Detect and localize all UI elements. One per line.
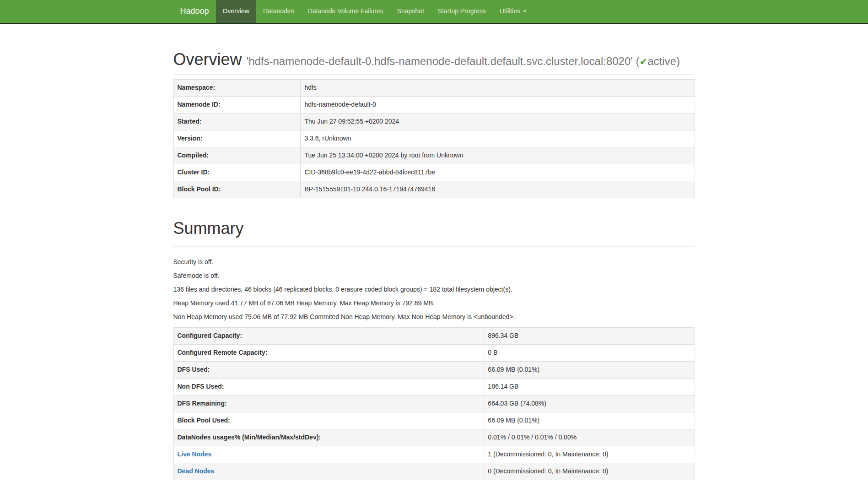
summary-line: Heap Memory used 41.77 MB of 87.06 MB He… — [173, 299, 695, 308]
navbar: Hadoop Overview Datanodes Datanode Volum… — [0, 0, 868, 24]
row-label: Configured Remote Capacity: — [173, 345, 484, 362]
summary-line: Security is off. — [173, 258, 695, 267]
navbar-menu: Overview Datanodes Datanode Volume Failu… — [216, 0, 534, 23]
table-row: DFS Used: 66.09 MB (0.01%) — [173, 362, 695, 379]
row-value: 186.14 GB — [484, 379, 695, 395]
table-row: Non DFS Used: 186.14 GB — [173, 379, 695, 395]
dead-nodes-link[interactable]: Dead Nodes — [178, 467, 215, 475]
tab-startup-progress-item: Startup Progress — [431, 0, 493, 23]
page-title-text: Overview — [173, 50, 242, 69]
table-row: Namespace: hdfs — [173, 80, 695, 97]
namenode-info-table: Namespace: hdfs Namenode ID: hdfs-nameno… — [173, 79, 695, 198]
menu-utilities-label: Utilities — [500, 7, 520, 16]
row-value: 66.09 MB (0.01%) — [484, 362, 695, 379]
tab-overview-item: Overview — [216, 0, 256, 23]
live-nodes-link[interactable]: Live Nodes — [178, 450, 212, 458]
row-label: Started: — [173, 114, 301, 130]
row-value: 0 B — [484, 345, 695, 362]
table-row: Block Pool Used: 66.09 MB (0.01%) — [173, 412, 695, 429]
summary-page-header: Summary — [173, 217, 695, 247]
row-label: Configured Capacity: — [173, 328, 484, 345]
tab-snapshot[interactable]: Snapshot — [390, 0, 431, 23]
row-label: Dead Nodes — [173, 463, 484, 480]
table-row: Cluster ID: CID-368b9fc0-ee19-4d22-abbd-… — [173, 164, 695, 181]
row-label: Non DFS Used: — [173, 379, 484, 395]
summary-line: 136 files and directories, 46 blocks (46… — [173, 285, 695, 294]
row-label: DataNodes usages% (Min/Median/Max/stdDev… — [173, 429, 484, 446]
row-label: Version: — [173, 130, 301, 147]
row-label: Cluster ID: — [173, 164, 301, 181]
row-label: Live Nodes — [173, 446, 484, 463]
row-value: Tue Jun 25 13:34:00 +0200 2024 by root f… — [301, 147, 695, 164]
menu-utilities-item: Utilities — [493, 0, 534, 23]
row-value: 664.03 GB (74.08%) — [484, 395, 695, 412]
tab-snapshot-item: Snapshot — [390, 0, 431, 23]
row-label: DFS Used: — [173, 362, 484, 379]
state-label: active — [647, 55, 676, 67]
table-row: Configured Remote Capacity: 0 B — [173, 345, 695, 362]
check-icon: ✔ — [640, 56, 648, 67]
row-value: 896.34 GB — [484, 328, 695, 345]
tab-startup-progress[interactable]: Startup Progress — [431, 0, 493, 23]
tab-datanodes-item: Datanodes — [256, 0, 301, 23]
row-value: BP-1515559101-10.244.0.16-1719474769416 — [301, 181, 695, 198]
tab-datanode-volume-failures-item: Datanode Volume Failures — [301, 0, 390, 23]
state-close-paren: ) — [676, 55, 680, 67]
summary-title: Summary — [173, 217, 695, 240]
table-row: Namenode ID: hdfs-namenode-default-0 — [173, 97, 695, 114]
row-label: Namenode ID: — [173, 97, 301, 114]
brand-hadoop[interactable]: Hadoop — [173, 0, 216, 23]
caret-down-icon — [523, 11, 527, 12]
summary-line: Safemode is off. — [173, 271, 695, 281]
row-value: CID-368b9fc0-ee19-4d22-abbd-84fcec8117be — [301, 164, 695, 181]
table-row: Live Nodes 1 (Decommissioned: 0, In Main… — [173, 446, 695, 463]
page-title: Overview 'hdfs-namenode-default-0.hdfs-n… — [173, 48, 695, 71]
row-value: 3.3.6, rUnknown — [301, 130, 695, 147]
table-row: Compiled: Tue Jun 25 13:34:00 +0200 2024… — [173, 147, 695, 164]
row-label: Block Pool Used: — [173, 412, 484, 429]
summary-text: Security is off. Safemode is off. 136 fi… — [173, 258, 695, 322]
table-row: Started: Thu Jun 27 09:52:55 +0200 2024 — [173, 114, 695, 130]
overview-page-header: Overview 'hdfs-namenode-default-0.hdfs-n… — [173, 48, 695, 75]
table-row: DFS Remaining: 664.03 GB (74.08%) — [173, 395, 695, 412]
row-value: Thu Jun 27 09:52:55 +0200 2024 — [301, 114, 695, 130]
tab-datanode-volume-failures[interactable]: Datanode Volume Failures — [301, 0, 390, 23]
row-value: 1 (Decommissioned: 0, In Maintenance: 0) — [484, 446, 695, 463]
menu-utilities-dropdown[interactable]: Utilities — [493, 0, 534, 23]
table-row: Dead Nodes 0 (Decommissioned: 0, In Main… — [173, 463, 695, 480]
tab-overview[interactable]: Overview — [216, 0, 256, 23]
namenode-state: (✔active) — [636, 55, 680, 67]
row-value: 0.01% / 0.01% / 0.01% / 0.00% — [484, 429, 695, 446]
row-value: hdfs — [301, 80, 695, 97]
summary-line: Non Heap Memory used 75.06 MB of 77.92 M… — [173, 313, 695, 322]
table-row: Configured Capacity: 896.34 GB — [173, 328, 695, 345]
table-row: DataNodes usages% (Min/Median/Max/stdDev… — [173, 429, 695, 446]
row-label: DFS Remaining: — [173, 395, 484, 412]
tab-datanodes[interactable]: Datanodes — [256, 0, 301, 23]
table-row: Block Pool ID: BP-1515559101-10.244.0.16… — [173, 181, 695, 198]
row-value: hdfs-namenode-default-0 — [301, 97, 695, 114]
row-value: 66.09 MB (0.01%) — [484, 412, 695, 429]
row-label: Compiled: — [173, 147, 301, 164]
namenode-host: 'hdfs-namenode-default-0.hdfs-namenode-d… — [247, 55, 633, 67]
main-content: Overview 'hdfs-namenode-default-0.hdfs-n… — [167, 48, 702, 480]
row-label: Namespace: — [173, 80, 301, 97]
summary-table: Configured Capacity: 896.34 GB Configure… — [173, 327, 695, 480]
state-open-paren: ( — [636, 55, 640, 67]
table-row: Version: 3.3.6, rUnknown — [173, 130, 695, 147]
row-value: 0 (Decommissioned: 0, In Maintenance: 0) — [484, 463, 695, 480]
row-label: Block Pool ID: — [173, 181, 301, 198]
